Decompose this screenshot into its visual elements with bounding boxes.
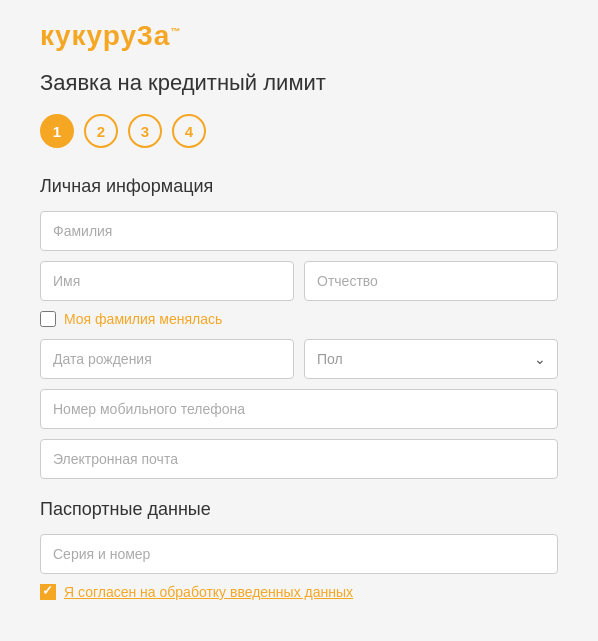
consent-label[interactable]: Я согласен на обработку введенных данных	[64, 584, 353, 600]
email-group	[40, 439, 558, 479]
step-3[interactable]: 3	[128, 114, 162, 148]
logo-tm: ™	[170, 26, 181, 37]
email-input[interactable]	[40, 439, 558, 479]
firstname-group	[40, 261, 294, 301]
birthdate-input[interactable]	[40, 339, 294, 379]
changed-surname-row: Моя фамилия менялась	[40, 311, 558, 327]
gender-select[interactable]: Пол Мужской Женский	[304, 339, 558, 379]
phone-input[interactable]	[40, 389, 558, 429]
consent-checkbox[interactable]	[40, 584, 56, 600]
page-title: Заявка на кредитный лимит	[40, 70, 558, 96]
series-number-input[interactable]	[40, 534, 558, 574]
step-1[interactable]: 1	[40, 114, 74, 148]
passport-section-title: Паспортные данные	[40, 499, 558, 520]
lastname-group	[304, 261, 558, 301]
logo-text: кукуру3а	[40, 20, 170, 51]
steps-indicator: 1 2 3 4	[40, 114, 558, 148]
step-4[interactable]: 4	[172, 114, 206, 148]
consent-row: Я согласен на обработку введенных данных	[40, 584, 558, 600]
birthdate-group	[40, 339, 294, 379]
surname-group	[40, 211, 558, 251]
personal-section-title: Личная информация	[40, 176, 558, 197]
lastname-input[interactable]	[304, 261, 558, 301]
personal-section: Личная информация Моя фамилия менялась П…	[40, 176, 558, 479]
phone-group	[40, 389, 558, 429]
logo: кукуру3а™	[40, 20, 558, 52]
step-2[interactable]: 2	[84, 114, 118, 148]
series-number-group	[40, 534, 558, 574]
gender-group: Пол Мужской Женский ⌄	[304, 339, 558, 379]
changed-surname-checkbox[interactable]	[40, 311, 56, 327]
birthdate-gender-row: Пол Мужской Женский ⌄	[40, 339, 558, 379]
changed-surname-label[interactable]: Моя фамилия менялась	[64, 311, 222, 327]
firstname-input[interactable]	[40, 261, 294, 301]
name-row	[40, 261, 558, 301]
passport-section: Паспортные данные Я согласен на обработк…	[40, 499, 558, 600]
surname-input[interactable]	[40, 211, 558, 251]
